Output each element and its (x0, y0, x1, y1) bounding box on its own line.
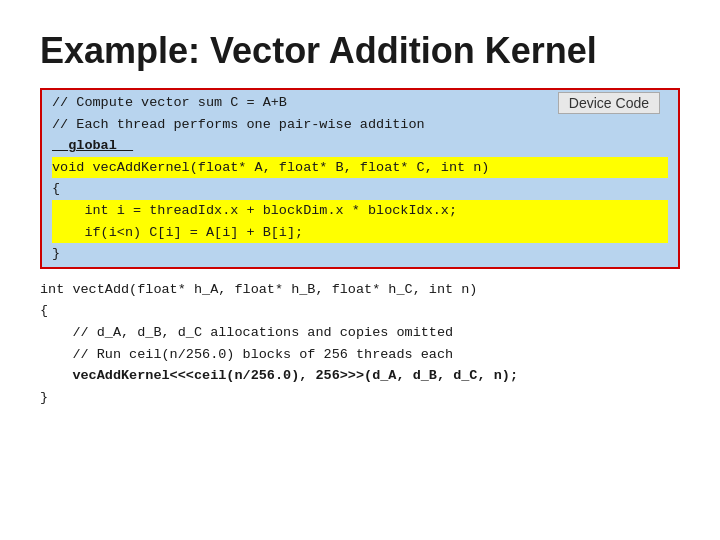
global-keyword: __global__ (52, 135, 668, 157)
code-area: // Compute vector sum C = A+B // Each th… (40, 88, 680, 408)
host-comment1: // d_A, d_B, d_C allocations and copies … (40, 322, 680, 344)
host-brace-close: } (40, 387, 680, 409)
device-code-badge: Device Code (558, 92, 660, 114)
host-comment2: // Run ceil(n/256.0) blocks of 256 threa… (40, 344, 680, 366)
if-line: if(i<n) C[i] = A[i] + B[i]; (52, 222, 668, 244)
host-brace-open: { (40, 300, 680, 322)
kernel-call: vecAddKernel<<<ceil(n/256.0), 256>>>(d_A… (40, 365, 680, 387)
host-block: int vectAdd(float* h_A, float* h_B, floa… (40, 279, 680, 409)
index-line: int i = threadIdx.x + blockDim.x * block… (52, 200, 668, 222)
slide-title: Example: Vector Addition Kernel (40, 30, 680, 72)
slide: Example: Vector Addition Kernel Device C… (0, 0, 720, 540)
brace-close: } (52, 243, 668, 265)
brace-open: { (52, 178, 668, 200)
kernel-sig: void vecAddKernel(float* A, float* B, fl… (52, 157, 668, 179)
comment2: // Each thread performs one pair-wise ad… (52, 114, 668, 136)
host-sig: int vectAdd(float* h_A, float* h_B, floa… (40, 279, 680, 301)
